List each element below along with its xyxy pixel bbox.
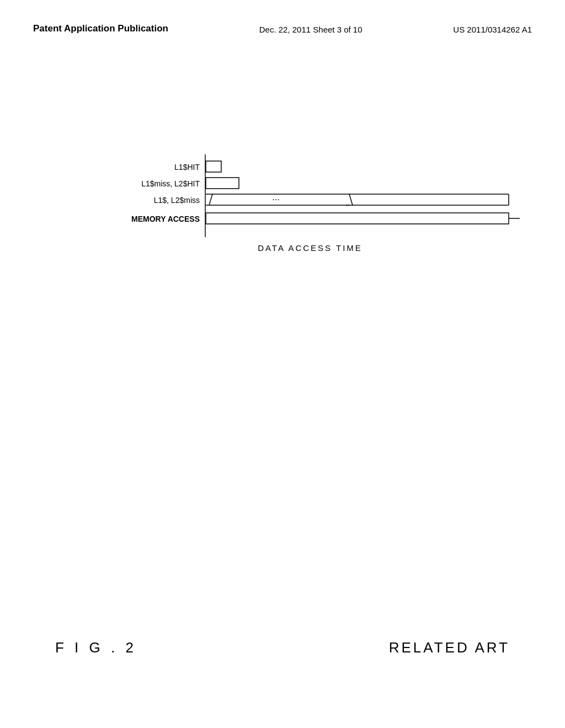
diagram-area: L1$HIT L1$miss, L2$HIT L1$, L2$miss ···: [33, 149, 532, 270]
x-axis-label: DATA ACCESS TIME: [258, 243, 363, 253]
bar-l1hit: [206, 161, 221, 172]
bar-l2miss-left: [206, 194, 212, 205]
label-memory: MEMORY ACCESS: [131, 215, 200, 223]
publication-date-sheet: Dec. 22, 2011 Sheet 3 of 10: [259, 22, 363, 36]
timing-diagram: L1$HIT L1$miss, L2$HIT L1$, L2$miss ···: [45, 149, 520, 270]
bar-l2hit: [206, 178, 239, 189]
figure-label: F I G . 2: [55, 639, 137, 656]
bar-memory: [206, 213, 509, 224]
page-header: Patent Application Publication Dec. 22, …: [0, 0, 565, 36]
publication-title: Patent Application Publication: [33, 22, 168, 35]
bottom-labels: F I G . 2 RELATED ART: [0, 639, 565, 656]
related-art-label: RELATED ART: [389, 639, 510, 656]
label-l2hit: L1$miss, L2$HIT: [141, 179, 200, 188]
publication-number: US 2011/0314262 A1: [453, 22, 532, 36]
label-l2miss: L1$, L2$miss: [154, 196, 200, 205]
dots-l2miss: ···: [272, 195, 279, 204]
label-l1hit: L1$HIT: [174, 163, 200, 172]
bar-l2miss-right: [346, 194, 353, 205]
